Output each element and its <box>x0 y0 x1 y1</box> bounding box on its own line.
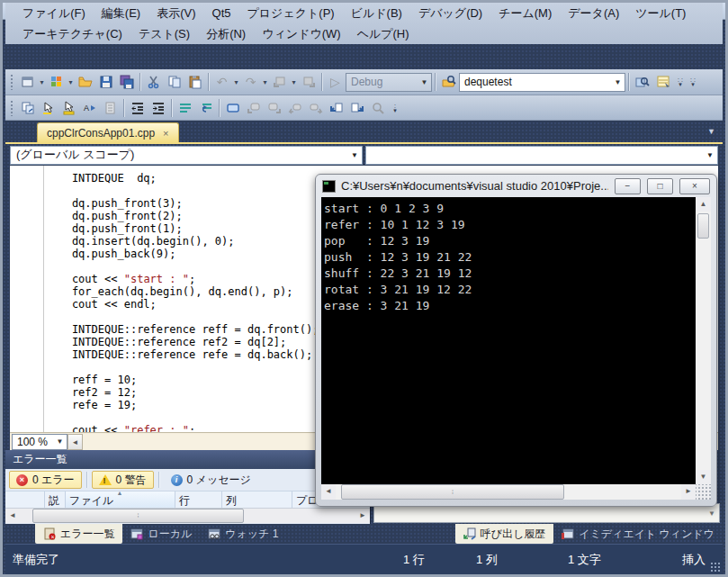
menu-item-row1-3[interactable]: Qt5 <box>204 4 239 23</box>
toolbar-overflow[interactable]: :▾ <box>390 104 400 113</box>
menu-item-row2-3[interactable]: ウィンドウ(W) <box>254 23 348 45</box>
find-symbol-icon[interactable] <box>632 72 652 92</box>
decrease-indent-icon[interactable] <box>127 98 148 118</box>
redo-icon[interactable]: ↷ <box>240 72 261 92</box>
display-objects-icon[interactable] <box>17 98 38 118</box>
menu-item-row2-2[interactable]: 分析(N) <box>198 23 254 45</box>
hscroll-left-arrow[interactable]: ◄ <box>67 434 83 450</box>
console-title-bar[interactable]: C:¥Users¥n¥documents¥visual studio 2010¥… <box>316 175 716 197</box>
menu-item-row2-0[interactable]: アーキテクチャ(C) <box>14 23 130 45</box>
quick-info-icon[interactable] <box>100 98 121 118</box>
toolbar-grip[interactable] <box>10 74 14 90</box>
console-resize-grip[interactable] <box>696 484 711 500</box>
add-item-dropdown[interactable]: ▾ <box>67 72 75 92</box>
menu-item-row1-2[interactable]: 表示(V) <box>148 3 203 24</box>
column-icon[interactable] <box>5 491 45 508</box>
hscroll-left-arrow[interactable]: ◄ <box>321 484 336 500</box>
menu-item-row1-7[interactable]: チーム(M) <box>490 3 560 24</box>
console-output[interactable]: start : 0 1 2 3 9refer : 10 1 12 3 19pop… <box>321 197 696 484</box>
copy-icon[interactable] <box>164 72 184 92</box>
prev-bookmark-icon[interactable] <box>284 98 305 118</box>
new-project-icon[interactable] <box>17 72 38 92</box>
open-file-icon[interactable] <box>75 72 95 92</box>
new-project-dropdown[interactable]: ▾ <box>38 72 46 92</box>
tab-close-icon[interactable]: × <box>163 128 168 139</box>
error-list-hscrollbar[interactable]: ◄ ⁞ ► <box>5 508 370 523</box>
vscroll-up-arrow[interactable]: ▲ <box>696 197 711 212</box>
start-debug-icon[interactable]: ▷ <box>325 72 346 92</box>
menu-item-row2-1[interactable]: テスト(S) <box>130 23 198 45</box>
toolbar-grip[interactable] <box>10 100 14 116</box>
zoom-combo[interactable]: 100 %▼ <box>12 434 67 450</box>
properties-window-icon[interactable] <box>652 72 673 92</box>
console-window[interactable]: C:¥Users¥n¥documents¥visual studio 2010¥… <box>315 174 717 507</box>
console-minimize-button[interactable]: − <box>615 178 641 194</box>
redo-dropdown[interactable]: ▾ <box>261 72 269 92</box>
console-vscrollbar[interactable]: ▲ ▼ <box>696 197 711 484</box>
member-combo[interactable]: ▼ <box>365 146 718 165</box>
hscroll-right-arrow[interactable]: ► <box>355 509 370 523</box>
word-completion-cursor-icon[interactable] <box>58 98 79 118</box>
menu-item-row1-0[interactable]: ファイル(F) <box>14 3 94 24</box>
debug-config-combo[interactable]: Debug▼ <box>346 73 432 92</box>
column-line[interactable]: 行 <box>175 491 222 508</box>
menu-item-row1-5[interactable]: ビルド(B) <box>343 3 410 24</box>
next-bookmark-icon[interactable] <box>305 98 326 118</box>
toggle-bookmark-icon[interactable] <box>222 98 243 118</box>
console-hscrollbar[interactable]: ◄ ⁞ ► <box>321 484 696 500</box>
menu-item-row1-9[interactable]: ツール(T) <box>627 3 694 24</box>
tab-immediate-window[interactable]: イミディエイト ウィンドウ <box>553 524 723 544</box>
next-bookmark-folder-icon[interactable] <box>264 98 284 118</box>
undo-icon[interactable]: ↶ <box>211 72 232 92</box>
hscroll-left-arrow[interactable]: ◄ <box>5 509 20 523</box>
vscroll-thumb[interactable] <box>697 213 709 239</box>
search-combo[interactable]: dequetest▼ <box>459 73 625 92</box>
column-file[interactable]: ▲ ファイル <box>66 491 175 508</box>
navigate-forward-icon[interactable] <box>298 72 319 92</box>
increase-indent-icon[interactable] <box>148 98 168 118</box>
clear-bookmarks-icon[interactable] <box>367 98 388 118</box>
warnings-filter-button[interactable]: ! 0 警告 <box>92 471 154 489</box>
menu-item-row1-1[interactable]: 編集(E) <box>94 3 148 24</box>
prev-bookmark-doc-icon[interactable] <box>326 98 346 118</box>
hscroll-thumb[interactable]: ⁞ <box>32 509 244 523</box>
tab-watch-1[interactable]: ウォッチ 1 <box>200 524 286 544</box>
hscroll-track[interactable] <box>244 509 355 523</box>
toolbar-overflow[interactable]: : :▾ <box>675 77 686 86</box>
column-column[interactable]: 列 <box>222 491 292 508</box>
tab-cppclrconsapp01[interactable]: cppClrConsApp01.cpp × <box>37 122 179 142</box>
next-bookmark-doc-icon[interactable] <box>346 98 367 118</box>
messages-filter-button[interactable]: i 0 メッセージ <box>164 471 258 489</box>
hscroll-track[interactable] <box>564 484 681 500</box>
save-icon[interactable] <box>95 72 116 92</box>
hscroll-right-arrow[interactable]: ► <box>681 484 696 500</box>
console-restore-button[interactable]: □ <box>647 178 673 194</box>
scope-combo[interactable]: (グローバル スコープ)▼ <box>10 146 363 165</box>
tab-call-stack[interactable]: 呼び出し履歴 <box>455 524 554 544</box>
parameter-info-icon[interactable]: A <box>79 98 100 118</box>
toolbar-overflow[interactable]: : :▾ <box>688 77 698 86</box>
menu-item-row1-4[interactable]: プロジェクト(P) <box>238 3 342 24</box>
cut-icon[interactable] <box>143 72 164 92</box>
document-list-dropdown-icon[interactable]: ▼ <box>707 127 715 136</box>
tab-error-list[interactable]: × エラー一覧 <box>35 524 123 544</box>
vscroll-down-arrow[interactable]: ▼ <box>696 470 711 484</box>
errors-filter-button[interactable]: × 0 エラー <box>9 471 82 489</box>
menu-item-row1-8[interactable]: データ(A) <box>560 3 627 24</box>
resize-grip[interactable] <box>710 562 721 572</box>
undo-dropdown[interactable]: ▾ <box>232 72 240 92</box>
find-in-files-icon[interactable] <box>438 72 459 92</box>
tab-locals[interactable]: ローカル <box>122 524 200 544</box>
navigate-backward-dropdown[interactable]: ▾ <box>290 72 298 92</box>
column-description[interactable]: 説 <box>45 491 66 508</box>
add-item-icon[interactable] <box>46 72 67 92</box>
save-all-icon[interactable] <box>116 72 137 92</box>
chevron-down-icon[interactable]: ▼ <box>611 78 625 86</box>
chevron-down-icon[interactable]: ▼ <box>708 509 715 518</box>
uncomment-selection-icon[interactable] <box>195 98 216 118</box>
console-close-button[interactable]: × <box>679 178 710 194</box>
menu-item-row2-4[interactable]: ヘルプ(H) <box>349 23 418 45</box>
menu-item-row1-6[interactable]: デバッグ(D) <box>410 3 490 24</box>
prev-bookmark-folder-icon[interactable] <box>243 98 264 118</box>
paste-icon[interactable] <box>184 72 205 92</box>
